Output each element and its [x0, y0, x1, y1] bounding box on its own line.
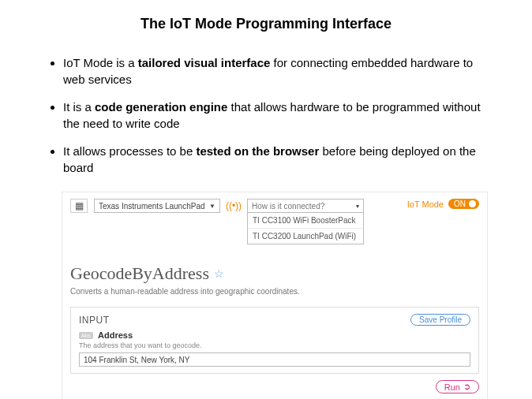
- service-description: Converts a human-readable address into g…: [70, 287, 479, 296]
- save-profile-button[interactable]: Save Profile: [410, 314, 470, 326]
- page-title: The IoT Mode Programming Interface: [24, 16, 508, 32]
- wifi-icon: ((•)): [227, 199, 241, 213]
- chevron-down-icon: ▼: [209, 203, 215, 210]
- bullet-item: It is a code generation engine that allo…: [63, 99, 485, 132]
- connection-options: TI CC3100 WiFi BoosterPack TI CC3200 Lau…: [247, 213, 364, 244]
- field-description: The address that you want to geocode.: [79, 341, 470, 349]
- run-arrow-icon: ➲: [463, 382, 470, 392]
- iot-mode-label: IoT Mode: [407, 200, 444, 209]
- iot-mode-toggle[interactable]: ON: [448, 199, 479, 209]
- chevron-down-icon: ▾: [356, 203, 359, 210]
- connection-option[interactable]: TI CC3100 WiFi BoosterPack: [248, 213, 363, 229]
- bullet-list: IoT Mode is a tailored visual interface …: [63, 54, 485, 176]
- toggle-knob: [469, 200, 476, 207]
- iot-interface-screenshot: ▦ Texas Instruments LaunchPad ▼ ((•)) Ho…: [62, 192, 488, 399]
- type-tag: Abc: [79, 332, 93, 339]
- field-label: Address: [98, 330, 133, 340]
- input-heading: INPUT: [79, 315, 110, 326]
- toggle-text: ON: [454, 200, 466, 208]
- service-title: GeocodeByAddress: [70, 263, 209, 284]
- favorite-star-icon[interactable]: ☆: [214, 267, 224, 280]
- bullet-item: It allows processes to be tested on the …: [63, 143, 485, 176]
- connection-select[interactable]: How is it connected? ▾: [247, 199, 364, 213]
- run-label: Run: [444, 382, 460, 392]
- device-select[interactable]: Texas Instruments LaunchPad ▼: [94, 199, 220, 213]
- bullet-item: IoT Mode is a tailored visual interface …: [63, 54, 485, 88]
- device-selected-label: Texas Instruments LaunchPad: [99, 202, 205, 211]
- connection-placeholder: How is it connected?: [252, 202, 324, 211]
- connection-option[interactable]: TI CC3200 LaunchPad (WiFi): [248, 229, 363, 244]
- run-button[interactable]: Run ➲: [436, 380, 479, 393]
- board-icon: ▦: [70, 199, 88, 213]
- address-input[interactable]: [79, 352, 470, 367]
- input-panel: INPUT Save Profile Abc Address The addre…: [70, 307, 479, 374]
